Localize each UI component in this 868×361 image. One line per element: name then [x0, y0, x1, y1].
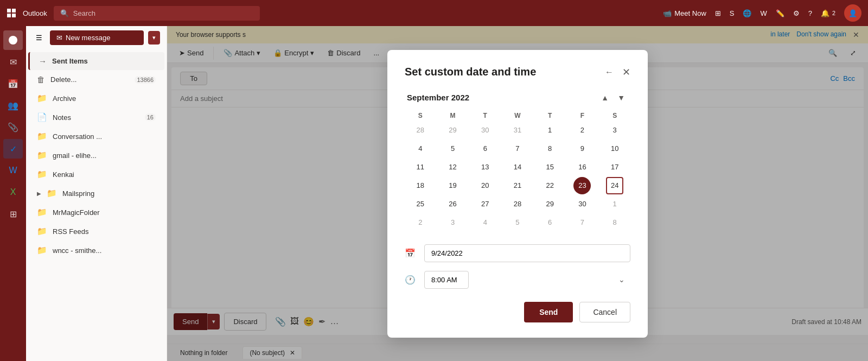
nav-icon-excel[interactable]: X [3, 182, 23, 202]
avatar[interactable]: 👤 [844, 4, 861, 22]
cal-day[interactable]: 29 [541, 195, 559, 213]
cal-day[interactable]: 28 [509, 195, 526, 213]
nav-icon-files[interactable]: 📎 [3, 117, 23, 137]
sidebar-item-delete[interactable]: 🗑 Delete... 13866 [28, 71, 164, 88]
svg-rect-3 [12, 14, 16, 17]
cal-day[interactable]: 8 [606, 214, 623, 231]
help-icon[interactable]: ? [808, 9, 812, 17]
modal-cancel-btn[interactable]: Cancel [579, 302, 630, 322]
cal-day[interactable]: 9 [573, 140, 591, 157]
nav-icons: ✉ 📅 👥 📎 ✓ W X ⊞ [0, 26, 26, 361]
notifications-icon[interactable]: 🔔2 [821, 9, 835, 17]
cal-day[interactable]: 17 [606, 159, 623, 176]
cal-day[interactable]: 29 [444, 122, 462, 139]
time-select[interactable]: 8:00 AM8:30 AM9:00 AM9:30 AM10:00 AM [424, 271, 469, 289]
date-input[interactable] [424, 244, 630, 262]
cal-day[interactable]: 12 [444, 159, 462, 176]
cal-day[interactable]: 5 [509, 214, 526, 231]
nav-icon-people[interactable]: 👥 [3, 96, 23, 115]
cal-day[interactable]: 30 [476, 122, 494, 139]
meet-now-btn[interactable]: 📹 Meet Now [663, 9, 706, 17]
cal-next-btn[interactable]: ▼ [614, 92, 628, 103]
apps-grid-icon[interactable] [7, 8, 16, 18]
sidebar-item-notes[interactable]: 📄 Notes 16 [28, 108, 164, 126]
cal-day[interactable]: 23 [573, 177, 591, 194]
cal-day[interactable]: 27 [476, 195, 494, 213]
wncc-icon: 📁 [37, 245, 47, 255]
cal-day[interactable]: 16 [573, 159, 591, 176]
nav-icon-calendar[interactable]: 📅 [3, 74, 23, 93]
cal-day[interactable]: 3 [444, 214, 462, 231]
modal-title: Set custom date and time [405, 66, 536, 78]
cal-day[interactable]: 5 [444, 140, 462, 157]
new-message-btn[interactable]: ✉ New message [50, 30, 144, 45]
search-bar[interactable]: 🔍 [54, 6, 260, 21]
cal-day[interactable]: 26 [444, 195, 462, 213]
cal-day[interactable]: 1 [606, 195, 623, 213]
cal-prev-btn[interactable]: ▲ [598, 92, 612, 103]
cal-day[interactable]: 1 [541, 122, 559, 139]
cal-day[interactable]: 11 [412, 159, 429, 176]
sidebar-item-kenkai[interactable]: 📁 Kenkai [28, 165, 164, 183]
cal-day[interactable]: 25 [412, 195, 429, 213]
delete-icon: 🗑 [37, 75, 45, 84]
modal-back-btn[interactable]: ← [601, 65, 618, 79]
cal-day[interactable]: 2 [573, 122, 591, 139]
sidebar-toolbar: ☰ ✉ New message ▾ [26, 26, 167, 49]
cal-day[interactable]: 31 [509, 122, 526, 139]
sidebar-item-conversation[interactable]: 📁 Conversation ... [28, 127, 164, 145]
camera-icon: 📹 [663, 9, 672, 17]
modal-dialog: Set custom date and time ← ✕ September 2… [387, 50, 648, 338]
modal-header: Set custom date and time ← ✕ [405, 65, 630, 79]
nav-icon-apps[interactable]: ⊞ [3, 204, 23, 224]
cal-day[interactable]: 19 [444, 177, 462, 194]
cal-day[interactable]: 7 [573, 214, 591, 231]
cal-day[interactable]: 3 [606, 122, 623, 139]
nav-icon-home[interactable] [3, 30, 23, 50]
cal-day[interactable]: 8 [541, 140, 559, 157]
nav-icon-word[interactable]: W [3, 161, 23, 180]
cal-day[interactable]: 6 [476, 140, 494, 157]
skype-icon[interactable]: S [730, 9, 735, 17]
cal-day[interactable]: 30 [573, 195, 591, 213]
cal-day[interactable]: 21 [509, 177, 526, 194]
nav-icon-tasks[interactable]: ✓ [3, 139, 23, 159]
hamburger-btn[interactable]: ☰ [33, 30, 46, 45]
cal-day[interactable]: 10 [606, 140, 623, 157]
edit-icon[interactable]: ✏️ [776, 9, 784, 17]
expand-icon: ▶ [37, 191, 41, 197]
cal-day[interactable]: 14 [509, 159, 526, 176]
cal-day[interactable]: 20 [476, 177, 494, 194]
cal-day[interactable]: 13 [476, 159, 494, 176]
cal-day-header: M [437, 110, 469, 122]
cal-day[interactable]: 22 [541, 177, 559, 194]
sidebar-item-archive[interactable]: 📁 Archive [28, 89, 164, 107]
apps-btn[interactable]: ⊞ [715, 9, 721, 17]
svg-rect-2 [7, 14, 11, 17]
cal-day[interactable]: 4 [476, 214, 494, 231]
sidebar-item-mrmagic[interactable]: 📁 MrMagicFolder [28, 203, 164, 221]
cal-day[interactable]: 6 [541, 214, 559, 231]
modal-close-btn[interactable]: ✕ [622, 66, 630, 78]
search-input[interactable] [73, 9, 253, 17]
nav-icon-mail[interactable]: ✉ [3, 52, 23, 72]
sidebar-item-sent-items[interactable]: → Sent Items [28, 52, 164, 70]
sidebar-item-gmail[interactable]: 📁 gmail - elihe... [28, 146, 164, 164]
sidebar-item-mailspring[interactable]: ▶ 📁 Mailspring [28, 184, 164, 202]
cal-day[interactable]: 4 [412, 140, 429, 157]
settings-icon[interactable]: ⚙ [793, 9, 800, 17]
cal-day[interactable]: 24 [606, 177, 623, 194]
cal-day[interactable]: 2 [412, 214, 429, 231]
modal-send-btn[interactable]: Send [524, 302, 573, 322]
new-message-dropdown-btn[interactable]: ▾ [148, 31, 160, 45]
sidebar-item-wncc[interactable]: 📁 wncc - smithe... [28, 241, 164, 259]
cal-day[interactable]: 18 [412, 177, 429, 194]
word-icon[interactable]: W [760, 9, 767, 17]
cal-day-headers: SMTWTFS [405, 110, 630, 122]
global-icon[interactable]: 🌐 [743, 9, 751, 17]
cal-day[interactable]: 15 [541, 159, 559, 176]
sidebar-item-rss[interactable]: 📁 RSS Feeds [28, 222, 164, 240]
cal-day[interactable]: 7 [509, 140, 526, 157]
cal-day[interactable]: 28 [412, 122, 429, 139]
rss-icon: 📁 [37, 226, 47, 236]
